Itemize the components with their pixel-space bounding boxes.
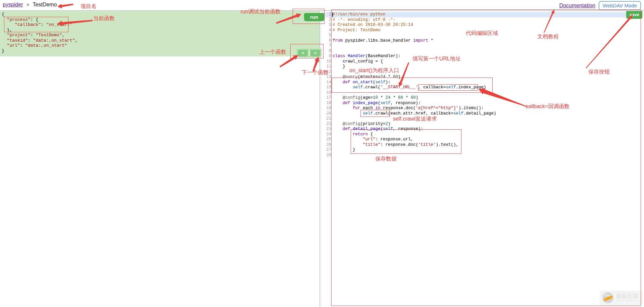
- line-number: 17: [321, 95, 331, 101]
- line-numbers: 1234567891011121314151617181920212223242…: [321, 12, 331, 158]
- code-line: class Handler(BaseHandler):: [333, 54, 496, 59]
- code-line: return {: [333, 132, 496, 137]
- breadcrumb-separator: >: [27, 2, 29, 7]
- line-number: 24: [321, 132, 331, 137]
- line-number: 7: [321, 43, 331, 49]
- save-button[interactable]: save: [626, 11, 642, 19]
- function-nav-tab: < >: [297, 49, 321, 57]
- webdav-mode-button[interactable]: WebDAV Mode: [599, 1, 641, 10]
- line-number: 11: [321, 64, 331, 70]
- line-number: 21: [321, 116, 331, 122]
- code-line: [333, 116, 496, 122]
- line-number: 8: [321, 49, 331, 54]
- line-number: 19: [321, 106, 331, 111]
- line-number: 20: [321, 111, 331, 117]
- line-number: 26: [321, 142, 331, 148]
- line-number: 6: [321, 38, 331, 44]
- arrow-next: [312, 57, 319, 72]
- task-json-line: }: [2, 48, 78, 54]
- text-cursor: [332, 12, 333, 17]
- code-line: from pyspider.libs.base_handler import *: [333, 38, 496, 44]
- task-json-line: {: [2, 12, 78, 17]
- code-line: @config(age=10 * 24 * 60 * 60): [333, 95, 496, 101]
- watermark-subtitle: CHUANG XIN HU LIAN: [616, 300, 639, 302]
- line-number: 12: [321, 70, 331, 75]
- code-line: [333, 33, 496, 38]
- line-number: 22: [321, 122, 331, 127]
- code-line: @config(priority=2): [333, 122, 496, 127]
- code-line: def detail_page(self, response):: [333, 127, 496, 132]
- task-json-line: "url": "data:,on_start": [2, 43, 78, 48]
- line-number: 4: [321, 28, 331, 33]
- arrow-prev: [280, 55, 298, 68]
- line-number: 14: [321, 80, 331, 85]
- run-button[interactable]: run: [304, 13, 324, 21]
- line-number: 18: [321, 101, 331, 106]
- code-line: # Project: TestDemo: [333, 28, 496, 33]
- code-line: self.crawl(each.attr.href, callback=self…: [333, 111, 496, 117]
- code-line: crawl_config = {: [333, 59, 496, 64]
- line-number: 28: [321, 153, 331, 158]
- code-line: "title": response.doc('title').text(),: [333, 142, 496, 148]
- code-line: [333, 90, 496, 96]
- line-number: 13: [321, 75, 331, 80]
- watermark-title: 创新互联: [616, 293, 639, 300]
- code-line: def on_start(self):: [333, 80, 496, 85]
- code-line: # -*- encoding: utf-8 -*-: [333, 17, 496, 23]
- site-watermark: 创新互联 CHUANG XIN HU LIAN: [600, 291, 643, 305]
- line-number: 9: [321, 54, 331, 59]
- pyspider-home-link[interactable]: pyspider: [3, 2, 23, 7]
- line-number: 27: [321, 147, 331, 153]
- code-line: [333, 49, 496, 54]
- previous-function-button[interactable]: <: [298, 50, 308, 56]
- code-line: # Created on 2018-03-30 20:25:14: [333, 23, 496, 28]
- documentation-link[interactable]: Documentation: [559, 3, 595, 9]
- code-line: @every(minutes=24 * 60): [333, 75, 496, 80]
- code-line: [333, 153, 496, 158]
- project-name: TestDemo: [33, 2, 57, 7]
- code-line: def index_page(self, response):: [333, 101, 496, 106]
- breadcrumb: pyspider > TestDemo: [3, 2, 57, 8]
- line-number: 25: [321, 137, 331, 142]
- code-line: for each in response.doc('a[href^="http"…: [333, 106, 496, 111]
- line-number: 15: [321, 85, 331, 90]
- header-bar: pyspider > TestDemo Documentation WebDAV…: [0, 0, 644, 11]
- line-number: 3: [321, 23, 331, 28]
- task-json-line: },: [2, 28, 78, 33]
- line-number: 23: [321, 127, 331, 132]
- code-line: #!/usr/bin/env python: [333, 12, 496, 17]
- code-line: self.crawl('__START_URL__', callback=sel…: [333, 85, 496, 90]
- line-number: 10: [321, 59, 331, 64]
- task-json-editor[interactable]: { "process": { "callback": "on_start" },…: [0, 11, 319, 56]
- task-json-line: "process": {: [2, 17, 78, 23]
- nav-separator: [309, 50, 309, 56]
- task-json-code: { "process": { "callback": "on_start" },…: [2, 12, 78, 53]
- task-json-line: "taskid": "data:,on_start",: [2, 38, 78, 43]
- task-json-line: "callback": "on_start": [2, 22, 78, 28]
- code-line: [333, 43, 496, 49]
- code-editor[interactable]: 1234567891011121314151617181920212223242…: [321, 11, 644, 307]
- watermark-logo-icon: [602, 292, 613, 303]
- task-json-line: "project": "TestDemo",: [2, 33, 78, 38]
- line-number: 5: [321, 33, 331, 38]
- code-line: }: [333, 64, 496, 70]
- next-function-button[interactable]: >: [310, 50, 320, 56]
- code-lines: #!/usr/bin/env python# -*- encoding: utf…: [333, 12, 496, 158]
- code-line: "url": response.url,: [333, 137, 496, 142]
- line-number: 16: [321, 90, 331, 96]
- code-line: }: [333, 147, 496, 153]
- code-line: [333, 70, 496, 75]
